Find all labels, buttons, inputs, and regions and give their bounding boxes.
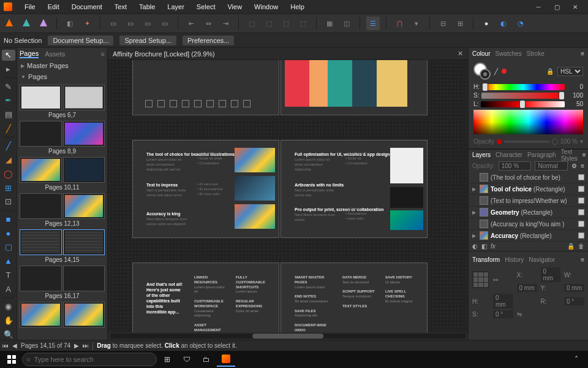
snap-menu-icon[interactable]: ▾ (410, 17, 423, 30)
liquify-persona-icon[interactable] (20, 17, 33, 30)
toolbar-btn-4[interactable]: ▭ (124, 17, 137, 30)
crop-tool[interactable]: ⊡ (2, 196, 15, 207)
visibility-checkbox[interactable] (578, 186, 584, 192)
opacity-slider[interactable] (504, 140, 549, 143)
document-tab-close-icon[interactable]: ✕ (458, 50, 463, 58)
visibility-checkbox[interactable] (578, 197, 584, 204)
delete-layer-icon[interactable]: 🗑 (578, 243, 584, 250)
prev-page-icon[interactable]: ◀ (12, 342, 17, 349)
fill-tool[interactable]: ◢ (2, 155, 15, 166)
baseline-grid-icon[interactable]: ☰ (366, 17, 380, 30)
preferences-button[interactable]: Preferences... (183, 36, 234, 45)
gear-icon[interactable]: ⚙ (571, 163, 577, 169)
security-icon[interactable]: 🛡 (178, 352, 196, 367)
transparency-tool[interactable]: ◯ (2, 169, 15, 180)
adjustment-icon[interactable]: ◧ (481, 243, 487, 250)
pen-tool[interactable]: ✒ (2, 95, 15, 106)
pencil-tool[interactable]: ╱ (2, 140, 15, 151)
spread-thumb-6-7[interactable]: Pages 6,7 (20, 85, 105, 118)
visibility-checkbox[interactable] (578, 174, 584, 180)
lock-icon[interactable]: ⊟ (436, 17, 450, 30)
menu-window[interactable]: Window (248, 1, 284, 12)
artistic-text-tool-2[interactable]: A (2, 283, 15, 294)
menu-select[interactable]: Select (190, 1, 222, 12)
colour-tab[interactable]: Colour (472, 50, 490, 57)
taskbar-search[interactable]: ○ (22, 353, 157, 366)
document-setup-button[interactable]: Document Setup... (48, 36, 113, 45)
task-view-icon[interactable]: ⊞ (158, 352, 176, 367)
visibility-checkbox[interactable] (578, 221, 584, 227)
anchor-grid[interactable] (472, 271, 489, 288)
insert-icon[interactable]: ⊞ (453, 17, 467, 30)
arrange-3-icon[interactable]: ⬚ (279, 17, 293, 30)
viewport[interactable]: The tool of choice for beautiful illustr… (108, 60, 468, 332)
artistic-text-tool[interactable]: ✎ (2, 81, 15, 92)
opacity-stepper[interactable]: ▾ (580, 138, 583, 145)
layer-row[interactable]: (Accuracy is king!You aim ) (469, 218, 588, 230)
y-field[interactable]: 0 mm (564, 284, 584, 292)
visibility-checkbox[interactable] (578, 209, 584, 215)
shape-pie-icon[interactable]: ◔ (514, 17, 527, 30)
minimize-button[interactable]: ─ (529, 4, 548, 10)
toolbar-btn-2[interactable]: ✦ (80, 17, 94, 30)
spread-thumb-16-17[interactable]: Pages 16,17 (20, 266, 105, 299)
first-page-icon[interactable]: ⏮ (2, 342, 9, 349)
affinity-publisher-icon[interactable] (217, 352, 235, 367)
ellipse-tool[interactable]: ● (2, 228, 15, 239)
align-center-icon[interactable]: ⇔ (202, 17, 215, 30)
swatches-tab[interactable]: Swatches (495, 50, 521, 57)
layer-row[interactable]: ▶Accuracy (Rectangle) (469, 230, 588, 242)
clip-icon[interactable]: ◫ (340, 17, 353, 30)
blend-mode-select[interactable]: Normal (535, 161, 568, 171)
search-input[interactable] (34, 356, 153, 363)
eyedropper-icon[interactable]: ╱ (494, 68, 498, 75)
toolbar-btn-5[interactable]: ▭ (141, 17, 154, 30)
spread-thumb-10-11[interactable]: Pages 10,11 (20, 157, 105, 191)
lum-slider[interactable] (481, 101, 565, 107)
flip-icon[interactable]: ⇋ (517, 311, 537, 318)
brush-tool[interactable]: ╱ (2, 123, 15, 134)
align-left-icon[interactable]: ⇤ (184, 17, 198, 30)
menu-edit[interactable]: Edit (42, 1, 66, 12)
horizontal-scrollbar[interactable] (108, 332, 468, 340)
maximize-button[interactable]: ▢ (548, 4, 566, 10)
transform-tab[interactable]: Transform (472, 256, 500, 263)
arrange-2-icon[interactable]: ⬚ (262, 17, 276, 30)
toolbar-btn-6[interactable]: ▭ (158, 17, 172, 30)
layer-opacity-select[interactable]: 100 % (499, 161, 532, 171)
triangle-tool[interactable]: ▲ (2, 256, 15, 267)
spread-thumb-14-15[interactable]: Pages 14,15 (20, 229, 105, 263)
pages-tab[interactable]: Pages (20, 50, 39, 58)
shape-circle-icon[interactable]: ● (480, 17, 493, 30)
shape-moon-icon[interactable]: ◐ (497, 17, 510, 30)
pan-tool[interactable]: ✋ (2, 315, 15, 326)
history-tab[interactable]: History (505, 256, 524, 263)
last-page-icon[interactable]: ⏭ (83, 342, 89, 349)
s-field[interactable]: 0 ° (493, 310, 513, 318)
layers-tab[interactable]: Layers (472, 151, 491, 158)
panel-menu-icon[interactable]: ≡ (581, 256, 584, 263)
frame-text-tool[interactable]: T (2, 269, 15, 280)
close-button[interactable]: ✕ (566, 4, 584, 10)
pages-row[interactable]: ▼Pages (17, 71, 107, 82)
lock-icon[interactable]: 🔒 (546, 68, 554, 75)
menu-layer[interactable]: Layer (161, 1, 190, 12)
visibility-checkbox[interactable] (578, 232, 584, 239)
spread-thumb-next[interactable] (20, 302, 105, 328)
rounded-rect-tool[interactable]: ▢ (2, 242, 15, 253)
arrange-4-icon[interactable]: ⬚ (296, 17, 310, 30)
show-desktop-icon[interactable]: ˄ (567, 352, 586, 367)
rectangle-tool[interactable]: ■ (2, 214, 15, 225)
hue-slider[interactable] (482, 84, 565, 90)
assets-tab[interactable]: Assets (45, 50, 65, 58)
fx-icon[interactable]: fx (491, 243, 496, 250)
sat-slider[interactable] (481, 93, 565, 99)
zoom-tool[interactable]: 🔍 (2, 329, 15, 340)
paragraph-tab[interactable]: Paragraph (527, 151, 556, 158)
designer-persona-icon[interactable] (2, 17, 16, 30)
menu-file[interactable]: File (18, 1, 42, 12)
color-mode-select[interactable]: HSL (557, 67, 583, 76)
spread-setup-button[interactable]: Spread Setup... (119, 36, 176, 45)
x-field[interactable]: 0 mm (541, 267, 561, 282)
snap-magnet-icon[interactable]: ⋂ (393, 17, 406, 30)
